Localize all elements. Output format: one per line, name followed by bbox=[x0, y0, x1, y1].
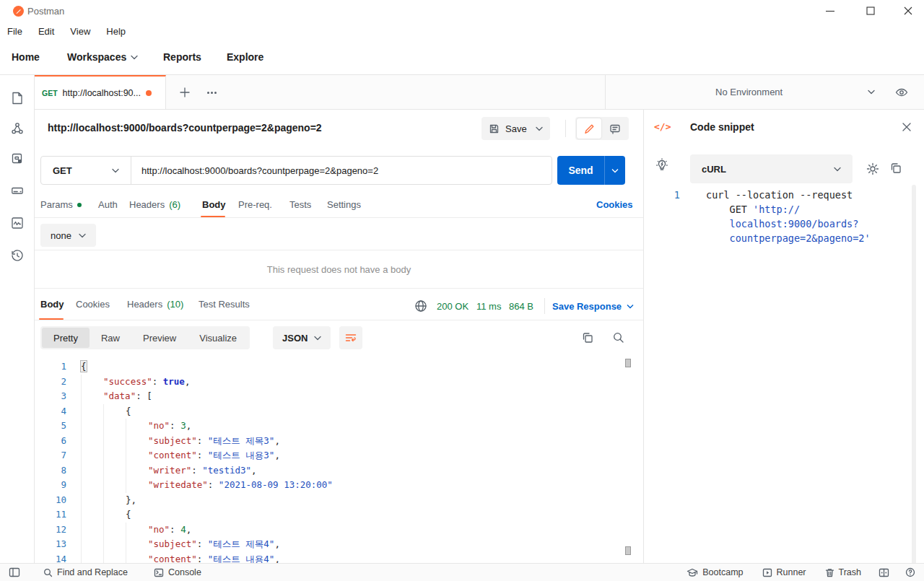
response-tab-test-results[interactable]: Test Results bbox=[199, 299, 250, 310]
titlebar: Postman bbox=[0, 0, 924, 22]
find-and-replace-button[interactable]: Find and Replace bbox=[43, 567, 128, 577]
snippet-scrollbar[interactable] bbox=[912, 185, 916, 581]
search-icon bbox=[43, 568, 53, 577]
menu-help[interactable]: Help bbox=[106, 26, 126, 37]
menu-file[interactable]: File bbox=[7, 26, 22, 37]
postman-window: Postman File Edit View Help Home Workspa… bbox=[0, 0, 924, 581]
two-pane-icon[interactable] bbox=[879, 568, 889, 577]
snippet-code[interactable]: 1curl --location --request GET 'http:// … bbox=[660, 188, 905, 245]
code-snippet-panel: </> Code snippet cURL 1curl --location -… bbox=[643, 110, 924, 563]
view-raw[interactable]: Raw bbox=[90, 328, 131, 348]
nav-reports[interactable]: Reports bbox=[163, 51, 201, 63]
response-header: Body Cookies Headers(10) Test Results 20… bbox=[35, 292, 643, 320]
tab-headers[interactable]: Headers(6) bbox=[129, 199, 180, 210]
tab-params[interactable]: Params bbox=[40, 199, 82, 210]
view-preview[interactable]: Preview bbox=[131, 328, 188, 348]
console-button[interactable]: Console bbox=[154, 567, 201, 577]
unsaved-dot bbox=[146, 90, 152, 96]
save-response-button[interactable]: Save Response bbox=[552, 301, 634, 312]
request-tab[interactable]: GET http://localhost:90... bbox=[35, 75, 166, 109]
network-globe-icon[interactable] bbox=[414, 299, 428, 313]
chevron-down-icon bbox=[834, 167, 841, 172]
response-size[interactable]: 864 B bbox=[509, 301, 533, 312]
trash-button[interactable]: Trash bbox=[825, 567, 862, 577]
help-icon[interactable] bbox=[905, 567, 915, 577]
mock-servers-icon[interactable] bbox=[10, 183, 25, 198]
menu-edit[interactable]: Edit bbox=[38, 26, 54, 37]
tab-prereq[interactable]: Pre-req. bbox=[238, 199, 272, 210]
chevron-down-icon[interactable] bbox=[604, 156, 625, 185]
comments-icon[interactable] bbox=[603, 118, 627, 139]
tab-options-button[interactable] bbox=[202, 84, 221, 101]
menu-view[interactable]: View bbox=[70, 26, 90, 37]
monitors-icon[interactable] bbox=[10, 216, 25, 230]
cookies-link[interactable]: Cookies bbox=[596, 199, 633, 210]
chevron-down-icon[interactable] bbox=[868, 89, 875, 95]
left-sidebar-rail bbox=[0, 75, 35, 563]
url-builder: GET http://localhost:9000/boards?countpe… bbox=[40, 156, 552, 185]
tab-body[interactable]: Body bbox=[202, 199, 226, 210]
send-button[interactable]: Send bbox=[557, 156, 625, 185]
save-button[interactable]: Save bbox=[481, 117, 550, 140]
tab-auth[interactable]: Auth bbox=[98, 199, 118, 210]
snippet-language-select[interactable]: cURL bbox=[690, 154, 853, 183]
response-tab-cookies[interactable]: Cookies bbox=[76, 299, 110, 310]
wrap-lines-button[interactable] bbox=[339, 326, 362, 349]
runner-button[interactable]: Runner bbox=[762, 567, 806, 577]
chevron-down-icon[interactable] bbox=[536, 126, 543, 131]
chevron-down-icon bbox=[314, 336, 321, 341]
snippet-copy-icon[interactable] bbox=[889, 162, 902, 175]
environment-quick-look-icon[interactable] bbox=[894, 85, 909, 100]
active-tab-underline bbox=[39, 318, 64, 320]
nav-workspaces[interactable]: Workspaces bbox=[67, 51, 138, 63]
tab-method: GET bbox=[42, 89, 58, 97]
bootcamp-button[interactable]: Bootcamp bbox=[687, 567, 743, 577]
scrollbar-thumb[interactable] bbox=[625, 546, 631, 555]
response-time[interactable]: 11 ms bbox=[476, 301, 501, 312]
request-title: http://localhost:9000/boards?countperpag… bbox=[48, 122, 322, 134]
url-input[interactable]: http://localhost:9000/boards?countperpag… bbox=[131, 157, 552, 184]
sidebar-toggle-icon[interactable] bbox=[9, 567, 20, 577]
body-type-select[interactable]: none bbox=[40, 224, 96, 247]
environment-selector[interactable]: No Environment bbox=[715, 87, 783, 97]
method-select[interactable]: GET bbox=[41, 157, 131, 184]
copy-response-icon[interactable] bbox=[581, 331, 594, 344]
postman-logo-icon bbox=[13, 6, 24, 17]
collections-icon[interactable] bbox=[10, 91, 25, 105]
edit-pencil-icon[interactable] bbox=[577, 118, 601, 139]
response-tab-body[interactable]: Body bbox=[40, 299, 64, 310]
environment-area: No Environment bbox=[605, 75, 924, 109]
format-select[interactable]: JSON bbox=[273, 326, 331, 349]
view-switcher: Pretty Raw Preview Visualize bbox=[40, 326, 250, 349]
response-status[interactable]: 200 OK bbox=[437, 301, 468, 312]
empty-body-panel: This request does not have a body bbox=[35, 250, 643, 289]
environments-icon[interactable] bbox=[10, 152, 25, 166]
close-button[interactable] bbox=[902, 4, 915, 17]
response-body-code[interactable]: 1{2"success": true,3"data": [4{5"no": 3,… bbox=[35, 355, 634, 563]
apis-icon[interactable] bbox=[10, 121, 25, 136]
search-response-icon[interactable] bbox=[612, 331, 625, 344]
nav-home[interactable]: Home bbox=[12, 51, 40, 63]
main-nav: Home Workspaces Reports Explore Search P… bbox=[0, 40, 924, 75]
console-icon bbox=[154, 568, 164, 577]
view-pretty[interactable]: Pretty bbox=[42, 328, 90, 348]
chevron-down-icon bbox=[79, 233, 86, 238]
request-tabstrip: GET http://localhost:90... No Environmen… bbox=[35, 75, 924, 110]
lightbulb-icon[interactable] bbox=[654, 157, 670, 173]
response-tab-headers[interactable]: Headers(10) bbox=[127, 299, 183, 310]
close-snippet-icon[interactable] bbox=[901, 121, 912, 133]
scrollbar-thumb[interactable] bbox=[625, 359, 631, 367]
params-indicator-dot bbox=[77, 203, 82, 207]
maximize-button[interactable] bbox=[864, 4, 877, 17]
code-panel-icon[interactable]: </> bbox=[654, 121, 671, 132]
history-icon[interactable] bbox=[10, 248, 25, 263]
chevron-down-icon bbox=[131, 55, 138, 60]
view-visualize[interactable]: Visualize bbox=[188, 328, 248, 348]
tab-settings[interactable]: Settings bbox=[327, 199, 361, 210]
snippet-settings-icon[interactable] bbox=[866, 162, 880, 176]
minimize-button[interactable] bbox=[824, 4, 837, 17]
new-tab-button[interactable] bbox=[176, 84, 193, 101]
tab-tests[interactable]: Tests bbox=[289, 199, 311, 210]
nav-explore[interactable]: Explore bbox=[227, 51, 263, 63]
save-icon bbox=[489, 123, 500, 134]
